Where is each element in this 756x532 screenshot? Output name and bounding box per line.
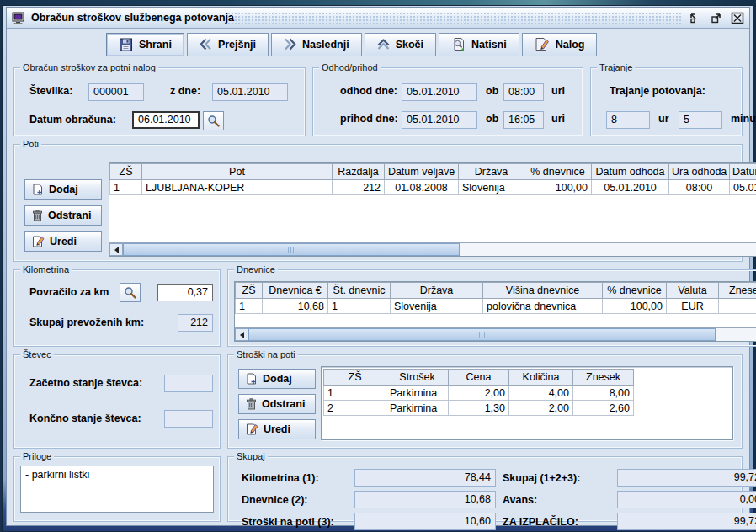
jump-label: Skoči xyxy=(396,39,423,51)
window-icon xyxy=(12,12,25,24)
calc-date-search-button[interactable] xyxy=(203,111,224,130)
number-field: 000001 xyxy=(88,83,144,101)
expenses-edit-button[interactable]: Uredi xyxy=(238,419,316,439)
rate-search-button[interactable] xyxy=(120,283,141,302)
payout-field: 99,72 xyxy=(617,513,756,530)
order-panel-title: Obračun stroškov za potni nalog xyxy=(20,62,158,72)
allowances-table-scrollpane: ZŠ Dnevnica € Št. dnevnic Država Višina … xyxy=(234,281,756,342)
routes-add-button[interactable]: Dodaj xyxy=(24,179,102,200)
payout-label: ZA IZPLAČILO: xyxy=(503,516,610,528)
next-button[interactable]: Naslednji xyxy=(271,33,362,56)
titlebar-texture xyxy=(227,12,682,24)
save-button[interactable]: Shrani xyxy=(106,33,184,56)
edit-icon xyxy=(246,423,258,435)
expenses-table-container: ZŠ Strošek Cena Količina Znesek 1 Parkir… xyxy=(321,366,733,440)
trash-icon xyxy=(32,210,43,221)
table-row[interactable]: 2 Parkirnina 1,30 2,00 2,60 xyxy=(324,401,634,416)
order-panel: Obračun stroškov za potni nalog Številka… xyxy=(13,67,306,136)
minimize-icon[interactable] xyxy=(688,11,702,25)
expenses-remove-button[interactable]: Odstrani xyxy=(238,394,316,414)
col-pct-dnevnice: % dnevnice xyxy=(603,283,667,299)
duration-panel: Trajanje Trajanje potovanja: 8 ur 5 minu… xyxy=(590,67,743,136)
expenses-remove-label: Odstrani xyxy=(262,398,305,410)
departure-date-label: odhod dne: xyxy=(340,85,397,97)
routes-header-row: ZŠ Pot Razdalja Datum veljave Država % d… xyxy=(110,164,756,180)
rate-field[interactable]: 0,37 xyxy=(157,284,213,301)
expenses-header-row: ZŠ Strošek Cena Količina Znesek xyxy=(324,370,634,386)
routes-panel: Poti Dodaj Odstrani xyxy=(13,144,743,262)
allowances-panel: Dnevnice ZŠ Dnevnica € Št. dnevnic Držav… xyxy=(227,269,756,347)
order-icon xyxy=(535,37,550,51)
attachments-panel-title: Priloge xyxy=(20,451,54,461)
print-button[interactable]: Natisni xyxy=(439,33,519,56)
table-row[interactable]: 1 Parkirnina 2,00 4,00 8,00 xyxy=(324,386,634,401)
advance-label: Avans: xyxy=(503,494,610,506)
previous-button[interactable]: Prejšnji xyxy=(187,33,269,56)
previous-icon xyxy=(200,38,212,51)
arrival-uri-label: uri xyxy=(551,113,565,125)
save-icon xyxy=(119,38,133,51)
routes-remove-button[interactable]: Odstrani xyxy=(24,205,102,226)
departure-time-field: 08:00 xyxy=(503,83,544,101)
magnifier-icon xyxy=(207,114,220,127)
col-st-dnevnic: Št. dnevnic xyxy=(328,283,391,299)
table-row[interactable]: 1 10,68 1 Slovenija polovična dnevnica 1… xyxy=(236,299,756,314)
col-znesek: Znesek xyxy=(719,283,756,299)
add-icon xyxy=(246,373,258,385)
trash-icon xyxy=(246,398,257,410)
col-datum-prihoda: Datum prihoda xyxy=(730,164,756,180)
routes-hscrollbar[interactable] xyxy=(109,242,756,256)
app-window-frame: Obračun stroškov službenega potovanja xyxy=(2,5,754,532)
routes-edit-button[interactable]: Uredi xyxy=(24,231,102,252)
print-icon xyxy=(451,37,466,51)
odometer-start-label: Začetno stanje števca: xyxy=(29,377,142,389)
routes-table: ZŠ Pot Razdalja Datum veljave Država % d… xyxy=(109,163,756,195)
order-button[interactable]: Nalog xyxy=(522,33,598,56)
odometer-end-label: Končno stanje števca: xyxy=(29,412,141,424)
order-label: Nalog xyxy=(556,39,585,51)
of-date-label: z dne: xyxy=(170,85,200,97)
calc-date-field[interactable]: 06.01.2010 xyxy=(132,111,200,129)
odometer-start-field xyxy=(164,375,213,392)
app-window: Obračun stroškov službenega potovanja xyxy=(6,7,750,526)
departure-panel: Odhod/prihod odhod dne: 05.01.2010 ob 08… xyxy=(312,67,583,136)
departure-ob-label: ob xyxy=(486,85,498,97)
hours-unit-label: ur xyxy=(658,113,669,125)
attachments-panel: Priloge - parkirni listki xyxy=(13,456,221,522)
total-expenses-label: Stroški na poti (3): xyxy=(242,516,348,528)
of-date-field: 05.01.2010 xyxy=(212,83,288,101)
scroll-left-icon[interactable] xyxy=(109,243,123,256)
trip-expenses-panel-title: Stroški na poti xyxy=(234,349,298,359)
attachments-textarea[interactable]: - parkirni listki xyxy=(20,466,214,513)
scroll-left-icon[interactable] xyxy=(235,328,248,341)
col-cena: Cena xyxy=(449,370,509,386)
duration-hours-field: 8 xyxy=(606,111,650,129)
desktop-background: Obračun stroškov službenega potovanja xyxy=(0,0,756,532)
scroll-thumb[interactable] xyxy=(123,243,460,256)
col-visina-dnevnice: Višina dnevnice xyxy=(483,283,603,299)
routes-edit-label: Uredi xyxy=(50,236,77,247)
arrival-ob-label: ob xyxy=(486,113,498,125)
routes-table-scrollpane: ZŠ Pot Razdalja Datum veljave Država % d… xyxy=(109,162,756,257)
odometer-panel: Števec Začetno stanje števca: Končno sta… xyxy=(13,354,221,449)
departure-uri-label: uri xyxy=(551,85,565,97)
routes-panel-title: Poti xyxy=(20,139,41,149)
col-kolicina: Količina xyxy=(509,370,573,386)
allowances-hscrollbar[interactable] xyxy=(235,327,756,341)
print-label: Natisni xyxy=(471,39,507,51)
expenses-add-label: Dodaj xyxy=(263,373,292,385)
close-icon[interactable] xyxy=(730,11,744,25)
calc-date-label: Datum obračuna: xyxy=(29,114,116,125)
table-row[interactable]: 1 LJUBLJANA-KOPER 212 01.08.2008 Sloveni… xyxy=(110,180,756,195)
jump-icon xyxy=(377,38,390,51)
col-ura-odhoda: Ura odhoda xyxy=(669,164,730,180)
expenses-table: ZŠ Strošek Cena Količina Znesek 1 Parkir… xyxy=(323,369,634,416)
jump-button[interactable]: Skoči xyxy=(365,33,436,56)
expenses-add-button[interactable]: Dodaj xyxy=(238,369,316,389)
window-title: Obračun stroškov službenega potovanja xyxy=(31,12,234,24)
scroll-thumb[interactable] xyxy=(248,328,716,341)
total-sum-label: Skupaj (1+2+3): xyxy=(503,472,610,484)
duration-panel-title: Trajanje xyxy=(597,62,635,72)
arrival-date-label: prihod dne: xyxy=(340,113,398,125)
maximize-icon[interactable] xyxy=(709,11,723,25)
